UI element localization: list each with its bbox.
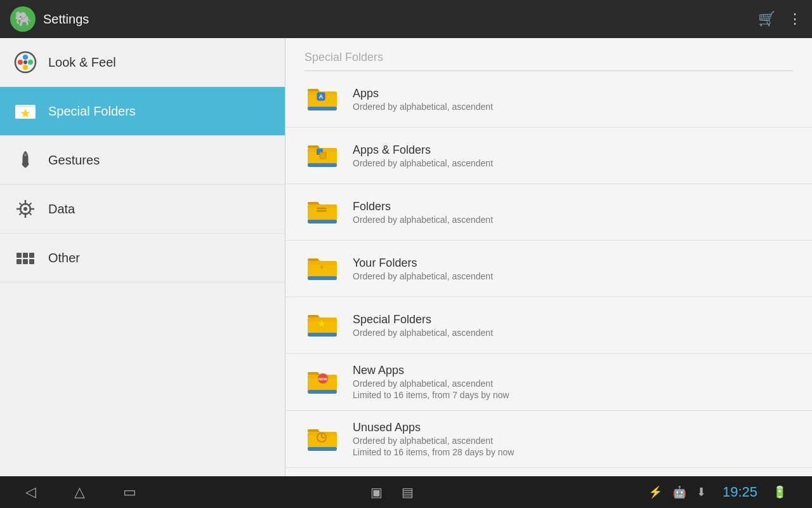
svg-rect-42: [317, 210, 327, 212]
svg-rect-52: [308, 390, 337, 394]
folder-item-unused[interactable]: Unused AppsOrdered by alphabetical, asce…: [285, 411, 812, 468]
sidebar-item-look-feel[interactable]: Look & Feel: [0, 38, 285, 87]
look-feel-icon: [13, 50, 38, 75]
svg-rect-22: [16, 253, 22, 258]
battery-icon: 🔋: [773, 485, 787, 499]
sidebar-item-special-folders[interactable]: Special Folders: [0, 87, 285, 136]
svg-rect-29: [308, 107, 337, 110]
usb-icon: ⚡: [648, 485, 662, 499]
back-button[interactable]: ◁: [25, 484, 36, 500]
sidebar-item-look-feel-label: Look & Feel: [48, 55, 116, 70]
android-icon: 🤖: [672, 485, 686, 499]
data-icon: [13, 196, 38, 222]
folder-name-folders: Folders: [353, 200, 493, 213]
svg-text:A: A: [319, 93, 324, 100]
overflow-menu-icon[interactable]: ⋮: [788, 11, 802, 27]
svg-rect-41: [317, 208, 327, 210]
svg-point-6: [23, 65, 28, 70]
folder-desc-apps: Ordered by alphabetical, ascendent: [353, 102, 493, 112]
svg-rect-25: [16, 259, 22, 264]
folder-text-apps: AppsOrdered by alphabetical, ascendent: [353, 87, 493, 112]
folder-item-your-folders[interactable]: + Your FoldersOrdered by alphabetical, a…: [285, 241, 812, 297]
svg-rect-44: [308, 276, 337, 280]
folder-item-new-apps[interactable]: NEW New AppsOrdered by alphabetical, asc…: [285, 354, 812, 411]
sidebar-item-gestures[interactable]: Gestures: [0, 136, 285, 185]
media-icon-1[interactable]: ▣: [370, 485, 383, 500]
folder-name-apps-folders: Apps & Folders: [353, 144, 493, 157]
bottom-bar: ◁ △ ▭ ▣ ▤ ⚡ 🤖 ⬇ 19:25 🔋: [0, 476, 812, 508]
sidebar-item-other-label: Other: [48, 251, 80, 265]
sidebar-item-data[interactable]: Data: [0, 185, 285, 234]
sidebar-item-special-folders-label: Special Folders: [48, 104, 136, 119]
svg-rect-24: [29, 253, 34, 258]
folder-desc-new-apps: Ordered by alphabetical, ascendent: [353, 378, 509, 389]
folder-desc-apps-folders: Ordered by alphabetical, ascendent: [353, 158, 493, 168]
gestures-icon: [13, 147, 38, 173]
folder-name-special: Special Folders: [353, 313, 493, 326]
folder-name-unused: Unused Apps: [353, 421, 514, 434]
folder-icon-new-apps: NEW: [304, 364, 340, 400]
folder-name-apps: Apps: [353, 87, 493, 100]
folder-item-folders[interactable]: FoldersOrdered by alphabetical, ascenden…: [285, 184, 812, 241]
svg-rect-48: [308, 333, 337, 337]
folder-icon-apps: A: [304, 81, 340, 117]
svg-point-3: [18, 60, 23, 65]
app-title: Settings: [43, 12, 758, 27]
folder-icon-your-folders: +: [304, 251, 340, 286]
folder-desc-folders: Ordered by alphabetical, ascendent: [353, 215, 493, 225]
svg-text:+: +: [319, 262, 324, 272]
bottom-status-icons: ⚡ 🤖 ⬇ 19:25 🔋: [648, 484, 787, 500]
svg-text:🐘: 🐘: [15, 10, 32, 27]
svg-text:NEW: NEW: [318, 377, 327, 381]
svg-rect-27: [29, 259, 34, 264]
svg-rect-39: [308, 220, 337, 224]
content-header: Special Folders: [285, 38, 812, 70]
sidebar: Look & Feel Special Folders Gestures: [0, 38, 285, 483]
folder-text-unused: Unused AppsOrdered by alphabetical, asce…: [353, 421, 514, 457]
svg-rect-37: [320, 152, 326, 159]
svg-point-11: [24, 154, 27, 156]
folder-text-apps-folders: Apps & FoldersOrdered by alphabetical, a…: [353, 144, 493, 168]
folder-icon-special: [304, 307, 340, 343]
folder-icon-apps-folders: [304, 138, 340, 173]
svg-rect-57: [308, 447, 337, 451]
bottom-nav-icons: ◁ △ ▭: [25, 484, 136, 500]
folder-extra-unused: Limited to 16 items, from 28 days by now: [353, 447, 514, 457]
top-bar: 🐘 Settings 🛒 ⋮: [0, 0, 812, 38]
cart-icon[interactable]: 🛒: [758, 11, 775, 27]
svg-point-4: [23, 55, 28, 60]
svg-point-13: [23, 207, 27, 211]
folder-desc-unused: Ordered by alphabetical, ascendent: [353, 436, 514, 446]
folder-extra-new-apps: Limited to 16 items, from 7 days by now: [353, 390, 509, 400]
svg-point-5: [28, 60, 33, 65]
folder-icon-folders: [304, 194, 340, 230]
folder-item-special[interactable]: Special FoldersOrdered by alphabetical, …: [285, 297, 812, 354]
home-button[interactable]: △: [74, 484, 85, 500]
app-logo: 🐘: [10, 6, 36, 32]
recents-button[interactable]: ▭: [123, 484, 136, 500]
sidebar-item-gestures-label: Gestures: [48, 153, 100, 168]
other-icon: [13, 245, 38, 271]
main-layout: Look & Feel Special Folders Gestures: [0, 38, 812, 483]
folder-text-your-folders: Your FoldersOrdered by alphabetical, asc…: [353, 257, 493, 281]
folder-text-special: Special FoldersOrdered by alphabetical, …: [353, 313, 493, 338]
bottom-center-icons: ▣ ▤: [370, 485, 414, 500]
folder-desc-special: Ordered by alphabetical, ascendent: [353, 328, 493, 338]
svg-point-7: [23, 60, 27, 64]
folder-list: A AppsOrdered by alphabetical, ascendent…: [285, 71, 812, 483]
folder-name-your-folders: Your Folders: [353, 257, 493, 270]
folder-item-apps-folders[interactable]: Apps & FoldersOrdered by alphabetical, a…: [285, 128, 812, 184]
content-panel: Special Folders A AppsOrdered by alphabe…: [285, 38, 812, 483]
sidebar-item-other[interactable]: Other: [0, 234, 285, 283]
svg-rect-23: [23, 253, 28, 258]
folder-desc-your-folders: Ordered by alphabetical, ascendent: [353, 271, 493, 281]
sidebar-item-data-label: Data: [48, 202, 75, 217]
folder-item-apps[interactable]: A AppsOrdered by alphabetical, ascendent: [285, 71, 812, 128]
media-icon-2[interactable]: ▤: [402, 485, 414, 500]
clock: 19:25: [723, 484, 757, 500]
folder-icon-unused: [304, 422, 340, 457]
special-folders-icon: [13, 98, 38, 124]
svg-rect-34: [308, 163, 337, 167]
folder-text-new-apps: New AppsOrdered by alphabetical, ascende…: [353, 364, 509, 400]
folder-text-folders: FoldersOrdered by alphabetical, ascenden…: [353, 200, 493, 225]
